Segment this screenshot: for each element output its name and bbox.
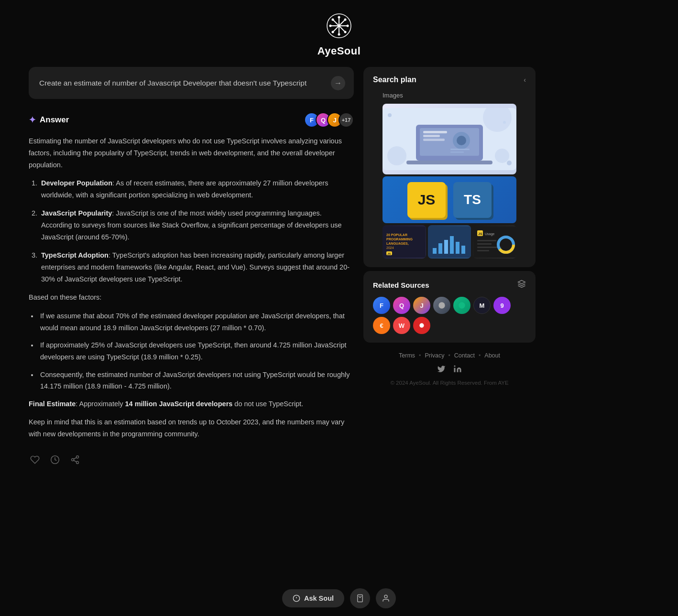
source-avatar-2[interactable]: Q [393, 297, 410, 314]
avatar-count: +17 [339, 112, 354, 128]
like-icon[interactable] [29, 454, 41, 466]
svg-rect-27 [423, 139, 445, 141]
answer-header: ✦ Answer F Q J +17 [29, 112, 354, 128]
ask-soul-button[interactable]: Ask Soul [282, 589, 344, 607]
svg-rect-30 [406, 161, 492, 164]
linkedin-link[interactable] [453, 365, 462, 375]
svg-rect-47 [450, 236, 454, 254]
svg-rect-45 [438, 243, 442, 254]
svg-marker-60 [518, 281, 525, 284]
collapse-icon[interactable]: ‹ [524, 76, 526, 84]
svg-text:LANGUAGES,: LANGUAGES, [386, 242, 409, 246]
answer-point-3: TypeScript Adoption: TypeScript's adopti… [39, 249, 354, 285]
js-ts-image[interactable]: JS TS [383, 176, 516, 223]
source-avatar-5[interactable] [453, 297, 470, 314]
answer-point-2: JavaScript Popularity: JavaScript is one… [39, 207, 354, 243]
svg-point-34 [507, 161, 512, 165]
svg-rect-46 [444, 240, 448, 254]
svg-rect-48 [456, 242, 459, 254]
about-link[interactable]: About [484, 352, 500, 359]
answer-body: Estimating the number of JavaScript deve… [29, 135, 354, 440]
svg-point-10 [344, 31, 347, 33]
svg-point-11 [344, 19, 347, 21]
ask-soul-label: Ask Soul [304, 594, 334, 602]
svg-rect-44 [433, 248, 437, 254]
based-on-text: Based on these factors: [29, 292, 354, 303]
privacy-link[interactable]: Privacy [425, 352, 444, 359]
source-avatar-4[interactable] [433, 297, 450, 314]
point-1-bold: Developer Population [41, 179, 112, 187]
images-label: Images [373, 92, 526, 99]
svg-point-7 [329, 25, 332, 27]
footer-social [363, 365, 536, 375]
svg-text:Usage: Usage [485, 232, 494, 236]
source-avatar-3[interactable]: J [413, 297, 430, 314]
related-sources-title: Related Sources [373, 281, 429, 289]
twitter-link[interactable] [437, 365, 446, 375]
disclaimer-text: Keep in mind that this is an estimation … [29, 416, 354, 440]
svg-rect-25 [423, 131, 447, 133]
final-label: Final Estimate [29, 400, 76, 408]
action-bar [29, 454, 354, 466]
svg-point-8 [347, 25, 349, 27]
bullet-3: Consequently, the estimated number of Ja… [38, 369, 354, 392]
left-panel: Create an estimate of number of Javascri… [29, 67, 354, 466]
search-plan-box: Search plan ‹ Images [363, 67, 536, 267]
source-avatar-1[interactable]: F [373, 297, 390, 314]
svg-rect-57 [477, 250, 489, 251]
terms-link[interactable]: Terms [399, 352, 415, 359]
svg-point-61 [438, 302, 445, 308]
svg-rect-54 [477, 240, 496, 241]
svg-point-21 [387, 146, 406, 165]
source-avatar-6[interactable]: M [473, 297, 491, 314]
bottom-bar: Ask Soul [0, 581, 678, 616]
bullet-1: If we assume that about 70% of the estim… [38, 310, 354, 334]
timer-button[interactable] [350, 588, 370, 608]
footer-links: Terms • Privacy • Contact • About [363, 352, 536, 359]
layers-icon[interactable] [517, 280, 526, 290]
source-avatar-9[interactable]: W [393, 317, 410, 334]
svg-point-9 [332, 19, 334, 21]
footer: Terms • Privacy • Contact • About [363, 352, 536, 395]
svg-rect-55 [477, 243, 492, 245]
search-plan-title: Search plan [373, 76, 416, 84]
answer-title: Answer [40, 115, 69, 125]
bullet-2: If approximately 25% of JavaScript devel… [38, 339, 354, 363]
small-image-1[interactable]: 20 POPULAR PROGRAMMING LANGUAGES, 2024 J… [383, 225, 426, 259]
svg-point-14 [77, 455, 79, 458]
final-end: do not use TypeScript. [232, 400, 303, 408]
svg-point-15 [72, 458, 74, 461]
share-icon[interactable] [69, 454, 81, 466]
images-wrapper: JS TS 20 POPULAR PROGRAMMING LANGUAGES, … [373, 104, 526, 259]
final-text: : Approximately [76, 400, 125, 408]
svg-line-17 [74, 460, 77, 462]
svg-point-35 [503, 121, 506, 124]
answer-bullets-list: If we assume that about 70% of the estim… [38, 310, 354, 392]
main-image[interactable] [383, 104, 516, 174]
svg-line-18 [74, 457, 77, 459]
query-arrow-button[interactable]: → [331, 76, 345, 90]
final-estimate: Final Estimate: Approximately 14 million… [29, 398, 354, 410]
answer-intro: Estimating the number of JavaScript deve… [29, 135, 354, 171]
small-image-3[interactable]: JS Usage [473, 225, 516, 259]
source-avatar-10[interactable] [413, 317, 430, 334]
app-title: AyeSoul [317, 45, 361, 57]
point-2-bold: JavaScript Popularity [41, 209, 112, 217]
source-avatar-7[interactable]: 9 [493, 297, 511, 314]
point-3-bold: TypeScript Adoption [41, 251, 109, 259]
logo-icon [327, 13, 351, 45]
svg-point-29 [457, 136, 466, 145]
bookmark-icon[interactable] [49, 454, 61, 466]
svg-text:PROGRAMMING: PROGRAMMING [386, 238, 413, 241]
svg-point-33 [388, 113, 392, 117]
small-image-2[interactable] [428, 225, 471, 259]
svg-rect-32 [450, 151, 464, 153]
svg-rect-26 [423, 135, 440, 137]
svg-point-5 [338, 16, 340, 19]
source-avatar-8[interactable]: € [373, 317, 390, 334]
ts-key: TS [453, 182, 492, 218]
contact-link[interactable]: Contact [454, 352, 475, 359]
avatar-group: F Q J +17 [304, 112, 354, 128]
profile-button[interactable] [376, 588, 396, 608]
svg-point-22 [495, 149, 509, 163]
